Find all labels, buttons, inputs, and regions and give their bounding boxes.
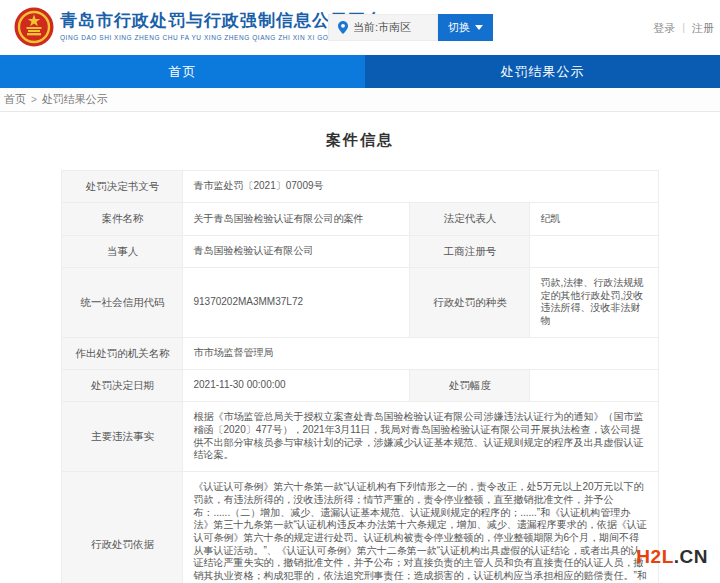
row-value2: 罚款,法律、行政法规规定的其他行政处罚,没收违法所得、没收非法财物 [530, 267, 658, 337]
page-title: 案件信息 [0, 130, 720, 150]
login-link[interactable]: 登录 [653, 21, 675, 36]
row-label: 主要违法事实 [62, 402, 183, 472]
main-nav: 首页 处罚结果公示 [0, 55, 720, 88]
national-emblem-icon [14, 7, 54, 47]
row-value: 关于青岛国验检验认证有限公司的案件 [183, 203, 410, 235]
watermark-part2: .CN [674, 546, 708, 567]
location-label: 当前:市南区 [353, 20, 411, 35]
row-value: 市市场监督管理局 [183, 337, 658, 369]
breadcrumb-current: 处罚结果公示 [42, 92, 108, 107]
auth-separator: | [682, 21, 685, 36]
row-value: 青市监处罚〔2021〕07009号 [183, 171, 658, 203]
breadcrumb-separator: > [31, 94, 37, 105]
location-group: 当前:市南区 切换 [328, 14, 493, 41]
breadcrumb: 首页 > 处罚结果公示 [0, 88, 720, 112]
table-row-party: 当事人 青岛国验检验认证有限公司 工商注册号 [62, 235, 658, 267]
row-value: 2021-11-30 00:00:00 [183, 370, 410, 402]
row-label: 统一社会信用代码 [62, 267, 183, 337]
table-row-case-name: 案件名称 关于青岛国验检验认证有限公司的案件 法定代表人 纪凯 [62, 203, 658, 235]
chevron-down-icon [475, 25, 483, 30]
register-link[interactable]: 注册 [692, 21, 714, 36]
row-label: 行政处罚依据 [62, 472, 183, 583]
row-label: 案件名称 [62, 203, 183, 235]
case-info-panel: 案件信息 处罚决定书文号 青市监处罚〔2021〕07009号 案件名称 关于青岛… [0, 112, 720, 583]
table-row-decision-number: 处罚决定书文号 青市监处罚〔2021〕07009号 [62, 171, 658, 203]
site-header: 青岛市行政处罚与行政强制信息公示平台 QING DAO SHI XING ZHE… [0, 0, 720, 55]
table-row-credit-code: 统一社会信用代码 91370202MA3MM37L72 行政处罚的种类 罚款,法… [62, 267, 658, 337]
watermark-logo: H2L.CN [636, 546, 708, 568]
row-label: 当事人 [62, 235, 183, 267]
row-value: 青岛国验检验认证有限公司 [183, 235, 410, 267]
table-row-decision-date: 处罚决定日期 2021-11-30 00:00:00 处罚幅度 [62, 370, 658, 402]
row-value: 《认证认可条例》第六十条第一款“认证机构有下列情形之一的，责令改正，处5万元以上… [183, 472, 658, 583]
current-location: 当前:市南区 [328, 14, 438, 41]
row-label: 处罚决定书文号 [62, 171, 183, 203]
row-label2: 处罚幅度 [410, 370, 530, 402]
tab-home[interactable]: 首页 [0, 55, 365, 88]
watermark-part1: H2L [636, 546, 673, 567]
row-value2: 纪凯 [530, 203, 658, 235]
row-value: 根据《市场监管总局关于授权立案查处青岛国验检验认证有限公司涉嫌违法认证行为的通知… [183, 402, 658, 472]
row-value2 [530, 370, 658, 402]
breadcrumb-home-link[interactable]: 首页 [4, 92, 26, 107]
row-value2 [530, 235, 658, 267]
tab-penalty-results[interactable]: 处罚结果公示 [365, 55, 720, 88]
row-label2: 工商注册号 [410, 235, 530, 267]
case-info-table: 处罚决定书文号 青市监处罚〔2021〕07009号 案件名称 关于青岛国验检验认… [61, 170, 658, 583]
switch-region-label: 切换 [448, 20, 470, 35]
row-label: 处罚决定日期 [62, 370, 183, 402]
row-label2: 法定代表人 [410, 203, 530, 235]
row-value: 91370202MA3MM37L72 [183, 267, 410, 337]
table-row-illegal-facts: 主要违法事实 根据《市场监管总局关于授权立案查处青岛国验检验认证有限公司涉嫌违法… [62, 402, 658, 472]
table-row-penalty-basis: 行政处罚依据 《认证认可条例》第六十条第一款“认证机构有下列情形之一的，责令改正… [62, 472, 658, 583]
auth-links: 登录 | 注册 [653, 21, 714, 36]
location-pin-icon [338, 21, 348, 34]
row-label: 作出处罚的机关名称 [62, 337, 183, 369]
table-row-authority: 作出处罚的机关名称 市市场监督管理局 [62, 337, 658, 369]
row-label2: 行政处罚的种类 [410, 267, 530, 337]
switch-region-button[interactable]: 切换 [438, 14, 493, 41]
